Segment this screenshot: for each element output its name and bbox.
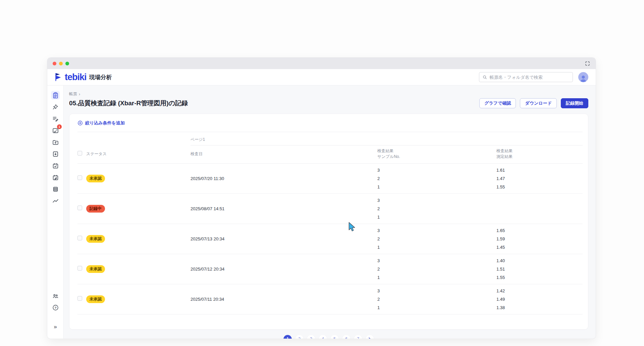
page-button-5[interactable]: 5 [330,335,339,339]
sidebar-item-team[interactable] [51,291,60,300]
measurement-value: 1.38 [496,303,583,312]
app-window: tebiki 現場分析 [47,58,596,339]
measurement-value: 1.49 [496,295,583,303]
status-badge: 未承認 [86,175,105,182]
sidebar-item-folder-add[interactable] [51,138,60,147]
sidebar-item-forms[interactable] [51,91,60,100]
table-row[interactable]: 未承認 2025/07/12 20:34 321 1.401.511.55 [77,254,583,284]
page-button-7[interactable]: 7 [354,335,362,339]
sidebar-expand-button[interactable]: » [51,322,60,331]
record-list-icon [52,115,59,122]
sidebar-item-calendar-check[interactable] [51,161,60,170]
row-checkbox[interactable] [77,175,82,180]
search-input[interactable] [490,75,570,80]
column-sample: 検査結果 サンプルNo. [377,148,496,160]
sample-no: 1 [377,273,496,282]
page-button-2[interactable]: 2 [295,335,304,339]
toolbar: グラフで確認 ダウンロード 記録開始 [479,98,588,108]
fullscreen-icon[interactable] [584,60,590,66]
measurement-value: 1.59 [496,235,583,243]
view-graph-button[interactable]: グラフで確認 [479,98,516,108]
sample-no: 2 [377,235,496,243]
help-icon: ? [52,304,59,311]
download-button[interactable]: ダウンロード [520,98,557,108]
sample-no: 2 [377,174,496,183]
sidebar-item-help[interactable]: ? [51,303,60,312]
row-checkbox[interactable] [77,206,82,210]
svg-text:?: ? [54,306,56,309]
sidebar-item-trend[interactable] [51,196,60,205]
table-row[interactable]: 未承認 2025/07/20 11:30 321 1.611.471.55 [77,164,583,194]
measurement-value: 1.55 [496,273,583,282]
inbox-down-icon [52,151,59,158]
column-date: 検査日 [191,151,377,157]
breadcrumb-forms[interactable]: 帳票 [69,91,77,97]
sample-no: 2 [377,295,496,303]
sample-no: 3 [377,256,496,265]
page-group-label: ページ1 [191,132,583,146]
sample-no: 3 [377,196,496,205]
add-filter-link[interactable]: 絞り込み条件を追加 [77,120,125,126]
page-button-3[interactable]: 3 [307,335,315,339]
app-header: tebiki 現場分析 [47,69,596,85]
measurement-value: 1.51 [496,265,583,273]
sidebar-item-calendar-edit[interactable] [51,173,60,182]
measurement-value: 1.55 [496,183,583,191]
pin-icon [52,104,59,110]
table-row[interactable]: 記録中 2025/08/07 14:51 321 [77,194,583,224]
sidebar-item-image-approvals[interactable]: 1 [51,126,60,135]
status-badge: 記録中 [86,205,105,213]
pagination: 1234567 [69,335,588,339]
ledger-icon [52,186,59,193]
sample-no: 1 [377,303,496,312]
add-filter-label: 絞り込み条件を追加 [85,120,125,126]
table-row[interactable]: 未承認 2025/07/13 20:34 321 1.651.591.45 [77,224,583,254]
measurement-value: 1.42 [496,287,583,295]
avatar[interactable] [578,72,588,82]
inspection-date: 2025/07/12 20:34 [191,267,377,272]
user-icon [579,74,588,82]
next-page-button[interactable] [366,335,374,339]
page-title: 05.品質検査記録 (Xbar-R管理図用)の記録 [69,99,188,108]
inspection-date: 2025/08/07 14:51 [191,206,377,211]
page-button-1[interactable]: 1 [283,335,292,339]
tebiki-logo[interactable]: tebiki [55,72,87,82]
measurement-value: 1.47 [496,174,583,183]
row-checkbox[interactable] [77,236,82,240]
search-box[interactable] [479,72,573,82]
measurement-value: 1.45 [496,243,583,251]
sample-no: 3 [377,166,496,174]
search-icon [482,75,487,80]
select-all-checkbox[interactable] [77,151,82,156]
sample-no: 1 [377,183,496,191]
sample-no: 2 [377,265,496,273]
column-status: ステータス [86,151,191,157]
start-record-button[interactable]: 記録開始 [561,98,588,108]
page-button-4[interactable]: 4 [319,335,327,339]
zoom-window-icon[interactable] [65,62,69,65]
app-name: 現場分析 [89,73,112,81]
row-checkbox[interactable] [77,296,82,301]
measurement-value: 1.65 [496,226,583,235]
main-content: 帳票 › 05.品質検査記録 (Xbar-R管理図用)の記録 グラフで確認 ダウ… [64,85,596,339]
status-badge: 未承認 [86,265,105,273]
sidebar-item-inbox[interactable] [51,150,60,158]
row-checkbox[interactable] [77,266,82,271]
records-card: 絞り込み条件を追加 ページ1 ステータス 検査日 検査結果 サンプルNo. [69,114,588,330]
sidebar-item-pinned[interactable] [51,103,60,111]
sidebar-item-ledger[interactable] [51,185,60,193]
close-window-icon[interactable] [53,62,56,65]
sidebar-item-record-list[interactable] [51,114,60,123]
page-button-6[interactable]: 6 [342,335,351,339]
sample-no: 3 [377,226,496,235]
table-row[interactable]: 未承認 2025/07/11 20:34 321 1.421.491.38 [77,284,583,314]
plus-circle-icon [77,120,83,126]
sample-no: 2 [377,205,496,213]
inspection-date: 2025/07/13 20:34 [191,236,377,241]
status-badge: 未承認 [86,295,105,303]
breadcrumb: 帳票 › [69,91,588,97]
page-group-row: ページ1 [77,132,583,146]
minimize-window-icon[interactable] [59,62,63,65]
column-result: 検査結果 測定結果 [496,148,583,160]
measurement-value [496,196,583,205]
